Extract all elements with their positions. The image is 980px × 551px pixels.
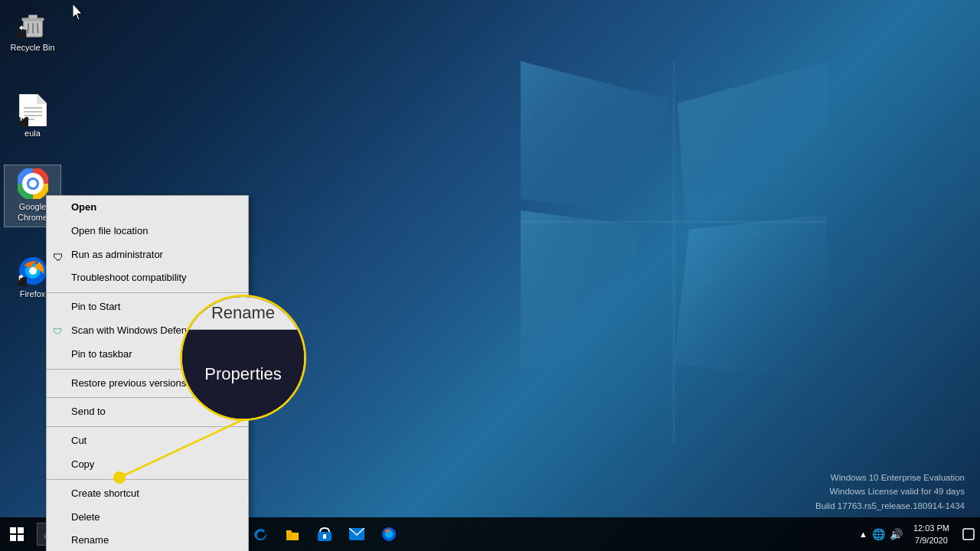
watermark-line3: Build 17763.rs5_release.180914-1434: [815, 499, 965, 513]
svg-rect-30: [10, 527, 16, 533]
firefox-label: Firefox: [20, 289, 46, 299]
mouse-cursor: [73, 4, 82, 19]
svg-line-9: [28, 23, 28, 33]
svg-marker-29: [73, 4, 82, 20]
taskbar-mail-icon[interactable]: [341, 517, 372, 551]
svg-rect-33: [18, 535, 24, 541]
desktop-background: Recycle Bin eula: [0, 0, 980, 551]
context-menu-rename[interactable]: Rename: [47, 529, 248, 551]
system-tray: ▲ 🌐 🔊 12:03 PM 7/9/2020: [856, 517, 980, 551]
tray-icons: ▲ 🌐 🔊: [856, 528, 906, 540]
recycle-bin-image: [18, 9, 48, 40]
windows-watermark: Windows 10 Enterprise Evaluation Windows…: [815, 471, 965, 513]
svg-marker-15: [38, 94, 47, 103]
svg-rect-12: [18, 30, 26, 38]
firefox-image: [18, 256, 48, 286]
watermark-line2: Windows License valid for 49 days: [815, 484, 965, 498]
taskbar-firefox-taskbar-icon[interactable]: [374, 517, 404, 551]
svg-line-11: [37, 23, 38, 33]
context-menu-cut[interactable]: Cut: [47, 429, 248, 453]
clock-date: 7/9/2020: [915, 534, 948, 547]
taskbar-store-icon[interactable]: [309, 517, 340, 551]
tray-volume-icon[interactable]: 🔊: [890, 528, 903, 540]
svg-marker-2: [521, 210, 639, 367]
notification-center-button[interactable]: [957, 517, 980, 551]
svg-rect-38: [323, 534, 326, 539]
chrome-image: [18, 168, 48, 199]
recycle-bin-label: Recycle Bin: [10, 42, 54, 53]
windows-logo-decoration: [521, 61, 827, 444]
svg-marker-3: [674, 214, 827, 383]
system-clock[interactable]: 12:03 PM 7/9/2020: [906, 522, 957, 547]
context-menu-run-as-admin[interactable]: 🛡 Run as administrator: [47, 243, 248, 267]
svg-rect-8: [28, 15, 37, 19]
taskbar-edge-icon[interactable]: [245, 517, 276, 551]
svg-marker-13: [19, 25, 24, 31]
context-menu-open-file-location[interactable]: Open file location: [47, 220, 248, 243]
context-menu-troubleshoot[interactable]: Troubleshoot compatibility: [47, 266, 248, 290]
tray-network-icon[interactable]: 🌐: [872, 528, 885, 540]
shield-icon: 🛡: [53, 249, 65, 261]
svg-point-26: [29, 267, 37, 275]
clock-time: 12:03 PM: [913, 522, 949, 535]
svg-rect-31: [18, 527, 24, 533]
defender-icon: 🛡: [53, 324, 65, 337]
yellow-dot: [113, 471, 126, 484]
svg-rect-42: [963, 529, 974, 540]
chrome-label: GoogleChrome: [18, 201, 47, 223]
eula-label: eula: [24, 128, 41, 139]
start-button[interactable]: [0, 517, 34, 551]
context-menu-open[interactable]: Open: [47, 196, 248, 220]
separator-1: [47, 292, 248, 293]
eula-image: [18, 95, 48, 126]
separator-5: [47, 479, 248, 480]
svg-rect-32: [10, 535, 16, 541]
watermark-line1: Windows 10 Enterprise Evaluation: [815, 471, 965, 484]
context-menu-copy[interactable]: Copy: [47, 453, 248, 477]
separator-4: [47, 426, 248, 427]
eula-icon[interactable]: eula: [4, 92, 61, 142]
svg-marker-0: [521, 61, 670, 214]
context-menu-create-shortcut[interactable]: Create shortcut: [47, 482, 248, 506]
context-menu-delete[interactable]: Delete: [47, 506, 248, 530]
taskbar-explorer-icon[interactable]: [277, 517, 308, 551]
magnifier-circle: Rename Properties: [180, 295, 306, 421]
svg-point-23: [29, 180, 37, 187]
recycle-bin-icon[interactable]: Recycle Bin: [4, 6, 61, 56]
tray-arrow[interactable]: ▲: [859, 530, 867, 539]
svg-marker-1: [678, 61, 827, 222]
